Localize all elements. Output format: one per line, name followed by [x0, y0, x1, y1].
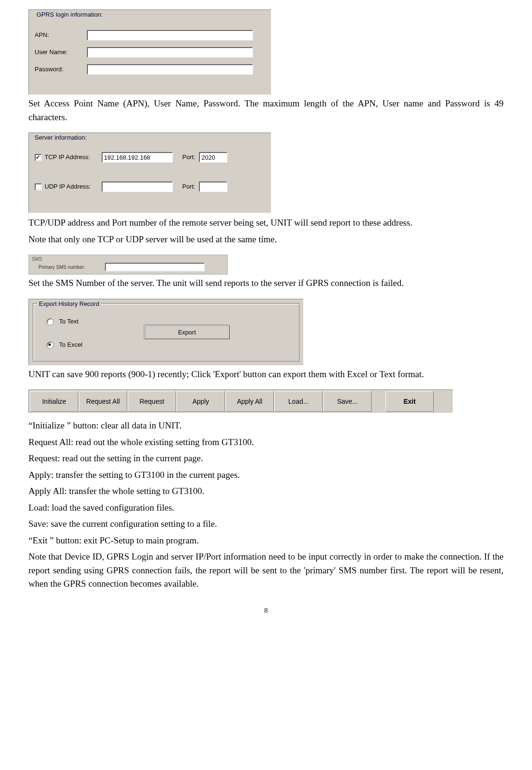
- to-excel-label: To Excel: [59, 341, 82, 348]
- toolbar: Initialize Request All Request Apply App…: [28, 390, 453, 413]
- export-panel: Export History Record To Text To Excel E…: [28, 299, 304, 366]
- apply-all-button[interactable]: Apply All: [225, 391, 274, 412]
- desc-apply-all: Apply All: transfer the whole setting to…: [28, 485, 504, 498]
- gprs-description: Set Access Point Name (APN), User Name, …: [28, 97, 504, 124]
- to-excel-radio[interactable]: [47, 342, 54, 349]
- server-legend: Server information:: [33, 133, 89, 143]
- udp-label: UDP IP Address:: [45, 182, 102, 191]
- udp-port-label: Port:: [182, 182, 195, 191]
- desc-save: Save: save the current configuration set…: [28, 517, 504, 531]
- tcp-label: TCP IP Address:: [45, 152, 102, 162]
- server-info-panel: Server information: TCP IP Address: Port…: [28, 133, 271, 213]
- exit-button[interactable]: Exit: [385, 391, 434, 412]
- tcp-checkbox[interactable]: [35, 154, 42, 161]
- udp-port-input[interactable]: [199, 181, 227, 192]
- tcp-ip-input[interactable]: [102, 152, 173, 162]
- to-text-label: To Text: [59, 318, 78, 325]
- user-name-input[interactable]: [87, 47, 253, 57]
- apn-label: APN:: [35, 30, 87, 40]
- to-text-radio[interactable]: [47, 318, 54, 325]
- gprs-legend: GPRS login information:: [35, 10, 104, 19]
- desc-load: Load: load the saved configuration files…: [28, 501, 504, 515]
- tcp-port-label: Port:: [182, 152, 195, 162]
- sms-number-input[interactable]: [105, 263, 205, 271]
- page-number: 8: [28, 605, 504, 616]
- udp-ip-input[interactable]: [102, 181, 173, 192]
- password-label: Password:: [35, 65, 87, 74]
- export-description: UNIT can save 900 reports (900-1) recent…: [28, 368, 504, 381]
- password-input[interactable]: [87, 64, 253, 75]
- note-text: Note that Device ID, GPRS Login and serv…: [28, 550, 504, 591]
- load-button[interactable]: Load...: [274, 391, 323, 412]
- sms-legend: SMS: [32, 256, 42, 263]
- tcp-port-input[interactable]: [199, 152, 227, 162]
- desc-apply: Apply: transfer the setting to GT3100 in…: [28, 468, 504, 482]
- apply-button[interactable]: Apply: [177, 391, 225, 412]
- desc-request: Request: read out the setting in the cur…: [28, 452, 504, 466]
- request-button[interactable]: Request: [128, 391, 176, 412]
- user-name-label: User Name:: [35, 48, 87, 57]
- sms-description: Set the SMS Number of the server. The un…: [28, 276, 504, 290]
- apn-input[interactable]: [87, 30, 253, 40]
- gprs-login-panel: GPRS login information: APN: User Name: …: [28, 10, 271, 95]
- export-button[interactable]: Export: [144, 325, 230, 339]
- server-description-2: Note that only one TCP or UDP server wil…: [28, 233, 504, 247]
- sms-label: Primary SMS number:: [32, 264, 105, 271]
- desc-exit: “Exit ” button: exit PC-Setup to main pr…: [28, 534, 504, 548]
- desc-request-all: Request All: read out the whole existing…: [28, 436, 504, 449]
- request-all-button[interactable]: Request All: [79, 391, 127, 412]
- initialize-button[interactable]: Initialize: [30, 391, 78, 412]
- server-description-1: TCP/UDP address and Port number of the r…: [28, 216, 504, 230]
- desc-initialize: “Initialize ” button: clear all data in …: [28, 419, 504, 433]
- export-legend: Export History Record: [37, 299, 101, 309]
- sms-panel: SMS Primary SMS number:: [28, 255, 228, 275]
- save-button[interactable]: Save...: [323, 391, 372, 412]
- udp-checkbox[interactable]: [35, 183, 42, 190]
